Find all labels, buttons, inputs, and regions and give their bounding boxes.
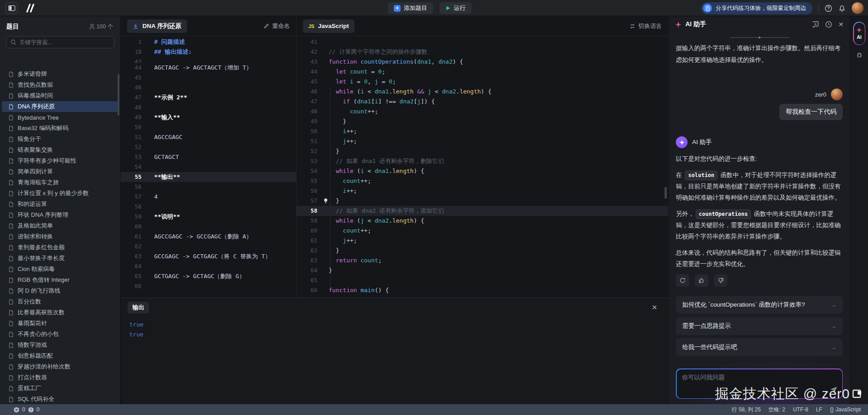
run-button[interactable]: 运行	[439, 2, 472, 14]
ai-close-icon[interactable]: ✕	[838, 21, 844, 28]
sidebar-item[interactable]: 链表聚集交换	[2, 145, 118, 155]
line-number: 57	[297, 196, 317, 206]
sidebar-item[interactable]: 简单四则计算	[2, 166, 118, 177]
sidebar-item[interactable]: 及格如此简单	[2, 220, 118, 231]
eol[interactable]: LF	[816, 406, 822, 413]
lightbulb-icon[interactable]	[323, 198, 329, 204]
encoding[interactable]: UTF-8	[793, 406, 808, 413]
suggestion-button[interactable]: 需要一点思路提示→	[676, 317, 843, 335]
file-icon	[8, 375, 14, 381]
sidebar-item[interactable]: 打点计数器	[2, 372, 118, 383]
sidebar-item[interactable]: 创意标题匹配	[2, 350, 118, 361]
code-line: 65	[297, 275, 668, 285]
output-close-icon[interactable]: ✕	[651, 303, 657, 312]
sidebar-item[interactable]: 病毒感染时间	[2, 90, 118, 101]
markdown-text: GCTGAGC -> GCTAGC（删除 G）	[154, 271, 245, 281]
suggestion-button[interactable]: 如何优化 `countOperations` 函数的计算效率?→	[676, 296, 843, 314]
app-logo-icon[interactable]	[24, 3, 37, 14]
problems-summary[interactable]: 0 0	[14, 406, 39, 413]
file-icon	[8, 321, 14, 326]
sidebar-item[interactable]: 环状 DNA 序列整理	[2, 210, 118, 220]
sidebar-item[interactable]: 拿到最多红包金额	[2, 242, 118, 253]
markdown-line: 18## 输出描述:	[121, 47, 296, 57]
cursor-position[interactable]: 行 58, 列 25	[732, 406, 761, 414]
ai-input-field[interactable]	[682, 373, 837, 394]
sidebar-scrollbar[interactable]	[118, 74, 119, 116]
sidebar-item[interactable]: Bytedance Tree	[2, 112, 118, 123]
sidebar-item[interactable]: 猜数字游戏	[2, 340, 118, 350]
thumbs-up-button[interactable]	[695, 274, 708, 287]
sidebar-item[interactable]: RGB 色值转 Integer	[2, 275, 118, 285]
markdown-line: 53GCTAGCT	[121, 152, 296, 162]
notifications-bell-icon[interactable]	[838, 5, 846, 12]
code-line: 58 // 如果 dna2 还有剩余字符，添加它们	[297, 206, 668, 216]
add-problem-button[interactable]: + 添加题目	[388, 2, 433, 14]
sidebar-item[interactable]: 暴雨梨花针	[2, 318, 118, 329]
sidebar-item[interactable]: 字符串有多少种可能性	[2, 155, 118, 166]
markdown-line: 61AGCCGAGC -> GCCGAGC（删除 A）	[121, 232, 296, 242]
sidebar-item-label: 病毒感染时间	[18, 92, 53, 100]
file-icon	[8, 364, 14, 370]
ai-conversation[interactable]: 据输入的两个字符串，准确计算出操作步骤数。然后再仔细考虑如何更准确地选择最优的操…	[669, 33, 850, 364]
help-icon[interactable]	[825, 5, 832, 12]
debug-bug-icon[interactable]	[856, 51, 863, 59]
sidebar-item[interactable]: 青海湖租车之旅	[2, 177, 118, 188]
markdown-text: 4	[154, 192, 158, 202]
sidebar-item[interactable]: 百分位数	[2, 296, 118, 307]
code-line: 63 return count;	[297, 256, 668, 266]
assistant-avatar	[676, 136, 688, 148]
markdown-text: GCTAGCT	[154, 152, 179, 162]
language-tab[interactable]: JS JavaScript	[303, 19, 354, 33]
user-avatar[interactable]	[852, 2, 863, 14]
code-text: while (i < dna1.length) {	[329, 166, 424, 176]
regenerate-button[interactable]	[676, 274, 689, 287]
sidebar-item[interactable]: 查找热点数据	[2, 79, 118, 90]
search-input[interactable]	[19, 39, 110, 46]
sidebar-item[interactable]: 不再贪心的小包	[2, 329, 118, 340]
problem-tab[interactable]: DNA 序列还原	[127, 19, 187, 33]
promo-banner[interactable]: 分享代码练习体验，领限量定制周边	[701, 2, 812, 14]
sidebar-item[interactable]: 进制求和转换	[2, 231, 118, 242]
code-scrollbar[interactable]	[665, 187, 667, 199]
switch-language-button[interactable]: 切换语言	[629, 22, 662, 30]
code-lines[interactable]: 4142// 计算两个字符串之间的操作步骤数43function countOp…	[297, 37, 668, 298]
thumbs-down-button[interactable]	[714, 274, 727, 287]
new-chat-icon[interactable]	[812, 21, 819, 28]
line-number: 62	[297, 246, 317, 256]
sidebar-toggle-button[interactable]	[5, 2, 18, 14]
sidebar-item[interactable]: 阿 D 的飞行路线	[2, 285, 118, 296]
search-box[interactable]	[6, 36, 114, 48]
sidebar-item[interactable]: 和的逆运算	[2, 199, 118, 210]
markdown-line: 63GCCGAGC -> GCTGAGC（将 C 替换为 T）	[121, 252, 296, 261]
play-icon	[445, 5, 451, 11]
sidebar-item[interactable]: 穿越沙漠的补给次数	[2, 361, 118, 372]
history-icon[interactable]	[825, 21, 832, 28]
braces-icon: {}	[830, 406, 834, 413]
line-number: 1	[121, 37, 142, 47]
sidebar-item[interactable]: 最小替换子串长度	[2, 253, 118, 264]
ai-assistant-badge[interactable]: AI	[853, 22, 865, 45]
sidebar-item[interactable]: Cion 勒索病毒	[2, 264, 118, 275]
sidebar-item[interactable]: 比赛最高获胜次数	[2, 307, 118, 318]
sidebar-item[interactable]: SQL 代码补全	[2, 394, 118, 404]
send-icon[interactable]	[830, 386, 838, 396]
indentation[interactable]: 空格: 2	[769, 406, 785, 414]
output-tab[interactable]: 输出	[127, 302, 149, 313]
sidebar-item[interactable]: Base32 编码和解码	[2, 123, 118, 134]
sidebar-item[interactable]: 猫鱼分干	[2, 134, 118, 145]
line-number: 59	[121, 212, 142, 222]
suggestion-button[interactable]: 给我一些代码提示吧→	[676, 338, 843, 356]
sidebar-item[interactable]: 计算位置 x 到 y 的最少步数	[2, 188, 118, 199]
line-number: 44	[121, 63, 142, 73]
file-icon	[8, 386, 14, 392]
language-mode[interactable]: {} JavaScript	[830, 406, 861, 413]
line-number: 47	[297, 97, 317, 107]
ai-input-box[interactable]	[677, 369, 842, 398]
drag-handle[interactable]	[730, 37, 789, 38]
line-number: 45	[121, 73, 142, 83]
rename-button[interactable]: 重命名	[264, 22, 290, 30]
sidebar-item[interactable]: 蛋糕工厂	[2, 383, 118, 394]
sidebar-item[interactable]: 多米诺骨牌	[2, 69, 118, 79]
sidebar-item[interactable]: DNA 序列还原	[2, 101, 118, 112]
problem-lines[interactable]: 1# 问题描述18## 输出描述:4344AGCTAGC -> AGCTAGCT…	[121, 37, 296, 298]
